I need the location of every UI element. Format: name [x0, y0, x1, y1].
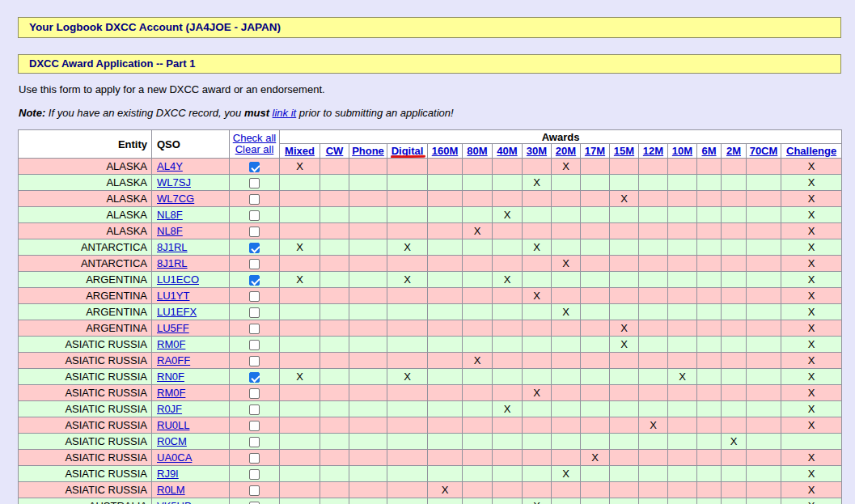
- award-mark-cell: [463, 401, 493, 417]
- row-checkbox[interactable]: [249, 469, 260, 480]
- award-mark-cell: [428, 320, 463, 337]
- award-mark-cell: X: [781, 417, 842, 434]
- qso-callsign-link[interactable]: LU1YT: [157, 290, 189, 302]
- row-checkbox[interactable]: [249, 162, 260, 172]
- qso-callsign-link[interactable]: 8J1RL: [157, 241, 188, 253]
- checkbox-cell: [230, 353, 280, 369]
- band-header-link-40m[interactable]: 40M: [497, 145, 517, 157]
- award-mark-cell: [697, 385, 722, 401]
- qso-callsign-link[interactable]: NL8F: [157, 209, 183, 221]
- band-header-link-30m[interactable]: 30M: [527, 145, 547, 157]
- band-header-link-phone[interactable]: Phone: [352, 145, 384, 157]
- award-mark-cell: [552, 401, 581, 417]
- note-label: Note:: [19, 107, 45, 119]
- qso-callsign-link[interactable]: AL4Y: [157, 160, 183, 172]
- award-mark-cell: [387, 466, 428, 482]
- band-header-link-12m[interactable]: 12M: [643, 145, 663, 157]
- qso-callsign-link[interactable]: LU1ECO: [157, 273, 199, 286]
- row-checkbox[interactable]: [249, 324, 260, 334]
- check-all-link[interactable]: Check all: [233, 132, 276, 144]
- qso-callsign-link[interactable]: LU1EFX: [157, 306, 197, 318]
- row-checkbox[interactable]: [249, 404, 260, 415]
- qso-callsign-link[interactable]: RA0FF: [157, 354, 190, 366]
- qso-callsign-link[interactable]: NL8F: [157, 225, 183, 237]
- award-mark-cell: [581, 175, 610, 191]
- award-mark-cell: [280, 304, 320, 320]
- band-header-link-15m[interactable]: 15M: [614, 145, 634, 157]
- band-header-link-mixed[interactable]: Mixed: [285, 145, 315, 157]
- qso-callsign-link[interactable]: WL7SJ: [157, 176, 191, 188]
- award-mark-cell: X: [463, 353, 493, 369]
- award-mark-cell: [428, 304, 463, 320]
- row-checkbox[interactable]: [249, 194, 260, 205]
- band-header-link-70cm[interactable]: 70CM: [750, 145, 778, 157]
- award-mark-cell: [523, 337, 552, 353]
- award-mark-cell: [552, 239, 581, 256]
- award-mark-cell: [349, 223, 387, 239]
- row-checkbox[interactable]: [249, 421, 260, 431]
- qso-callsign-link[interactable]: R0JF: [157, 403, 182, 415]
- clear-all-link[interactable]: Clear all: [235, 143, 274, 155]
- award-mark-cell: [349, 320, 387, 337]
- award-mark-cell: X: [493, 207, 523, 223]
- row-checkbox[interactable]: [249, 453, 260, 464]
- checkbox-cell: [230, 159, 280, 175]
- qso-callsign-link[interactable]: R0CM: [157, 435, 187, 447]
- qso-callsign-link[interactable]: VK5UP: [157, 500, 192, 504]
- row-checkbox[interactable]: [249, 307, 260, 318]
- row-checkbox[interactable]: [249, 356, 260, 366]
- band-header-link-10m[interactable]: 10M: [672, 145, 692, 157]
- award-mark-cell: [349, 337, 387, 353]
- row-checkbox[interactable]: [249, 437, 260, 447]
- award-mark-cell: [463, 191, 493, 207]
- award-mark-cell: [552, 385, 581, 401]
- row-checkbox[interactable]: [249, 243, 260, 253]
- qso-callsign-link[interactable]: RM0F: [157, 387, 185, 399]
- row-checkbox[interactable]: [249, 210, 260, 221]
- row-checkbox[interactable]: [249, 340, 260, 350]
- award-mark-cell: [493, 191, 523, 207]
- qso-callsign-link[interactable]: RN0F: [157, 371, 184, 383]
- award-mark-cell: [493, 385, 523, 401]
- award-mark-cell: [697, 207, 722, 223]
- band-header-link-cw[interactable]: CW: [326, 145, 344, 157]
- award-mark-cell: [747, 159, 781, 175]
- row-checkbox[interactable]: [249, 227, 260, 237]
- award-mark-cell: [697, 353, 722, 369]
- band-header-link-2m[interactable]: 2M: [726, 145, 741, 157]
- qso-callsign-link[interactable]: UA0CA: [157, 451, 192, 464]
- band-header-link-6m[interactable]: 6M: [701, 145, 716, 157]
- row-checkbox[interactable]: [249, 259, 260, 269]
- award-mark-cell: [610, 272, 639, 288]
- qso-callsign-link[interactable]: WL7CG: [157, 193, 194, 205]
- qso-callsign-link[interactable]: LU5FF: [157, 322, 189, 334]
- award-mark-cell: [639, 401, 668, 417]
- band-header-link-80m[interactable]: 80M: [467, 145, 487, 157]
- band-header-link-17m[interactable]: 17M: [585, 145, 605, 157]
- band-header-link-20m[interactable]: 20M: [556, 145, 576, 157]
- band-header-link-challenge[interactable]: Challenge: [786, 145, 836, 157]
- qso-callsign-link[interactable]: 8J1RL: [157, 257, 188, 269]
- award-mark-cell: [387, 288, 428, 304]
- checkbox-cell: [230, 417, 280, 434]
- award-mark-cell: [639, 498, 668, 504]
- row-checkbox[interactable]: [249, 291, 260, 302]
- band-column-header: Challenge: [781, 144, 842, 159]
- checkbox-cell: [230, 498, 280, 504]
- link-it-link[interactable]: link it: [273, 107, 297, 119]
- qso-callsign-link[interactable]: RM0F: [157, 338, 185, 350]
- row-checkbox[interactable]: [249, 485, 260, 496]
- band-header-link-160m[interactable]: 160M: [432, 145, 459, 157]
- row-checkbox[interactable]: [249, 178, 260, 188]
- qso-callsign-link[interactable]: RJ9I: [157, 468, 179, 480]
- row-checkbox[interactable]: [249, 275, 260, 286]
- award-mark-cell: [747, 482, 781, 498]
- qso-callsign-link[interactable]: R0LM: [157, 484, 185, 496]
- band-column-header: 70CM: [747, 144, 781, 159]
- award-mark-cell: [523, 353, 552, 369]
- row-checkbox[interactable]: [249, 388, 260, 399]
- row-checkbox[interactable]: [249, 372, 260, 383]
- award-mark-cell: [428, 191, 463, 207]
- award-mark-cell: [349, 450, 387, 466]
- qso-callsign-link[interactable]: RU0LL: [157, 419, 189, 431]
